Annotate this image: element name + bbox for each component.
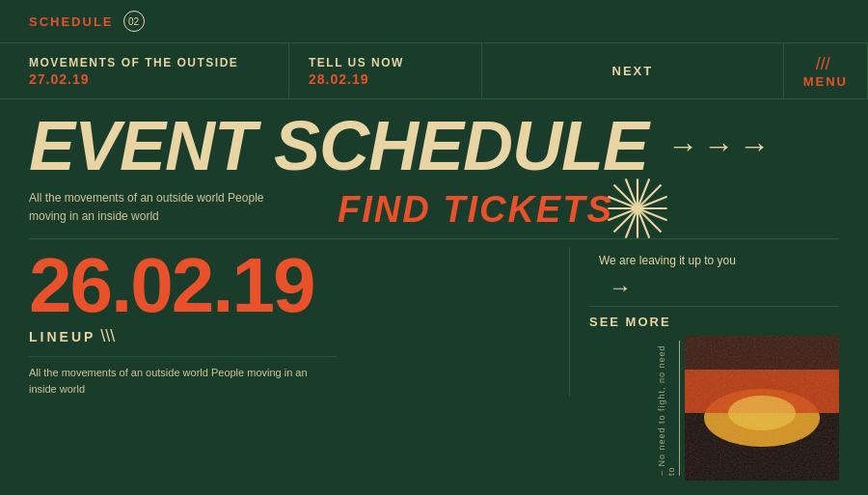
event2-cell: TELL US NOW 28.02.19 (289, 43, 482, 98)
arrow3-icon: → (739, 128, 770, 164)
vertical-text: – No need to fight, no need to (657, 341, 680, 476)
sunset-image (685, 336, 839, 481)
event1-cell: MOVEMENTS OF THE OUTSIDE 27.02.19 (0, 43, 289, 98)
find-tickets-button[interactable]: FIND TICKETS (338, 189, 613, 231)
lineup-label: LINEUP (29, 329, 95, 344)
menu-label: MENU (803, 74, 848, 89)
next-label: NEXT (612, 64, 654, 78)
bottom-left: 26.02.19 LINEUP \\\ All the movements of… (29, 247, 569, 397)
sunset-svg (685, 336, 839, 481)
arrows-row: → → → (667, 128, 770, 164)
see-more-button[interactable]: SEE MORE (589, 315, 671, 329)
main-container: SCHEDULE 02 MOVEMENTS OF THE OUTSIDE 27.… (0, 0, 868, 495)
desc-tickets-row: All the movements of an outside world Pe… (29, 189, 839, 231)
schedule-label: SCHEDULE (29, 14, 114, 29)
bottom-description: All the movements of an outside world Pe… (29, 356, 338, 397)
arrow1-icon: → (667, 128, 698, 164)
find-tickets-area[interactable]: FIND TICKETS (338, 189, 613, 231)
see-more-row[interactable]: SEE MORE (589, 306, 839, 329)
event2-date: 28.02.19 (309, 71, 462, 87)
right-arrow-icon: → (609, 274, 632, 301)
menu-lines-icon: /// (816, 54, 830, 74)
lineup-slashes-icon: \\\ (100, 326, 115, 346)
vertical-text-area: – No need to fight, no need to (657, 341, 680, 476)
next-cell[interactable]: NEXT (482, 43, 784, 98)
nav-row: MOVEMENTS OF THE OUTSIDE 27.02.19 TELL U… (0, 43, 868, 99)
heading-row: EVENT SCHEDULE → → → (29, 99, 839, 185)
event1-title: MOVEMENTS OF THE OUTSIDE (29, 56, 269, 69)
event1-date: 27.02.19 (29, 71, 269, 87)
big-date: 26.02.19 (29, 247, 569, 324)
event-schedule-title: EVENT SCHEDULE (29, 111, 648, 180)
leaving-text: We are leaving it up to you (599, 252, 736, 269)
event2-title: TELL US NOW (309, 56, 462, 69)
schedule-number: 02 (123, 11, 145, 32)
description-text: All the movements of an outside world Pe… (29, 189, 280, 226)
starburst-icon (604, 175, 671, 242)
arrow2-icon: → (703, 128, 734, 164)
svg-rect-16 (685, 336, 839, 481)
top-bar: SCHEDULE 02 (0, 0, 868, 43)
menu-cell[interactable]: /// MENU (784, 43, 868, 98)
lineup-row: LINEUP \\\ (29, 326, 569, 346)
